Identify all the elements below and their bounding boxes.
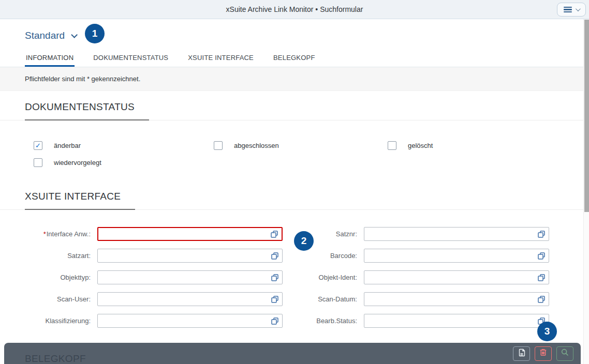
- interface-anw-input[interactable]: [97, 227, 283, 241]
- form-row: Scan-User: Scan-Datum:: [25, 292, 583, 306]
- tab-dokumentenstatus[interactable]: DOKUMENTENSTATUS: [92, 48, 169, 67]
- checkbox-label: änderbar: [54, 142, 81, 149]
- form-row: Satzart: Barcode:: [25, 249, 583, 263]
- search-button[interactable]: [556, 346, 573, 361]
- field-label-scan-user: Scan-User:: [25, 295, 91, 303]
- tab-xsuite-interface[interactable]: XSUITE INTERFACE: [187, 48, 255, 67]
- klassifizierung-input[interactable]: [97, 314, 283, 328]
- shell-menu-button[interactable]: [557, 3, 586, 17]
- form-content: Pflichtfelder sind mit * gekennzeichnet.…: [0, 67, 583, 364]
- value-help-icon[interactable]: [537, 230, 546, 239]
- xsuite-interface-form: *Interface Anw.: Satznr: Satzart:: [0, 210, 583, 343]
- value-help-icon[interactable]: [270, 251, 279, 261]
- checkbox-label: gelöscht: [408, 142, 433, 149]
- value-help-icon[interactable]: [537, 251, 546, 261]
- scan-datum-input[interactable]: [364, 292, 549, 306]
- chevron-down-icon: [576, 6, 581, 11]
- dokumentenstatus-checkbox-group: ✓ änderbar ✓ abgeschlossen ✓ gelöscht ✓ …: [0, 120, 583, 180]
- section-xsuite-interface-header: XSUITE INTERFACE: [0, 180, 583, 210]
- field-label-scan-datum: Scan-Datum:: [283, 295, 357, 303]
- objekttyp-input[interactable]: [97, 270, 283, 284]
- checkbox-icon[interactable]: ✓: [214, 141, 223, 150]
- checkbox-label: wiedervorgelegt: [54, 159, 101, 166]
- value-help-icon[interactable]: [270, 316, 279, 326]
- variant-name: Standard: [25, 30, 65, 41]
- value-help-icon[interactable]: [537, 273, 546, 282]
- checkbox-icon[interactable]: ✓: [34, 141, 42, 150]
- trash-icon: [539, 348, 548, 359]
- section-title: XSUITE INTERFACE: [25, 191, 135, 210]
- satznr-input[interactable]: [364, 227, 549, 241]
- step-badge-1: 1: [85, 24, 105, 43]
- application-window: xSuite Archive Link Monitor • Suchformul…: [0, 0, 589, 364]
- field-label-satzart: Satzart:: [25, 252, 91, 260]
- hamburger-icon: [564, 7, 572, 12]
- tab-belegkopf[interactable]: BELEGKOPF: [272, 48, 316, 67]
- scan-user-input[interactable]: [97, 292, 283, 306]
- delete-button[interactable]: [535, 346, 552, 361]
- field-label-satznr: Satznr:: [283, 230, 357, 238]
- bearb-status-input[interactable]: [364, 314, 549, 328]
- document-star-icon: [517, 348, 526, 359]
- step-badge-3: 3: [537, 322, 557, 341]
- satzart-input[interactable]: [97, 249, 283, 263]
- value-help-icon[interactable]: [270, 295, 279, 304]
- required-asterisk: *: [43, 230, 46, 238]
- checkbox-label: abgeschlossen: [234, 142, 279, 149]
- field-label-interface-anw: *Interface Anw.:: [25, 230, 91, 238]
- page-title: xSuite Archive Link Monitor • Suchformul…: [226, 5, 363, 13]
- field-label-objekt-ident: Objekt-Ident:: [283, 274, 357, 281]
- scrollbar-thumb[interactable]: [584, 20, 589, 212]
- chevron-down-icon: [71, 32, 78, 38]
- value-help-icon[interactable]: [270, 230, 279, 239]
- form-row: Objekttyp: Objekt-Ident:: [25, 270, 583, 284]
- checkbox-aenderbar[interactable]: ✓ änderbar: [34, 141, 214, 150]
- section-title: DOKUMENTENSTATUS: [25, 101, 149, 120]
- field-label-objekttyp: Objekttyp:: [25, 274, 91, 281]
- footer-toolbar: [4, 343, 581, 364]
- value-help-icon[interactable]: [270, 273, 279, 282]
- checkbox-wiedervorgelegt[interactable]: ✓ wiedervorgelegt: [34, 158, 214, 167]
- checkbox-abgeschlossen[interactable]: ✓ abgeschlossen: [214, 141, 388, 150]
- objekt-ident-input[interactable]: [364, 270, 549, 284]
- checkbox-icon[interactable]: ✓: [388, 141, 396, 150]
- value-help-icon[interactable]: [537, 295, 546, 304]
- checkbox-icon[interactable]: ✓: [34, 158, 42, 167]
- required-fields-note: Pflichtfelder sind mit * gekennzeichnet.: [0, 67, 583, 91]
- vertical-scrollbar[interactable]: [583, 19, 589, 364]
- field-label-bearb-status: Bearb.Status:: [283, 317, 357, 325]
- create-variant-button[interactable]: [513, 346, 530, 361]
- section-dokumentenstatus-header: DOKUMENTENSTATUS: [0, 91, 583, 120]
- shell-header: xSuite Archive Link Monitor • Suchformul…: [0, 0, 589, 19]
- magnifier-icon: [561, 348, 569, 359]
- field-label-klassifizierung: Klassifizierung:: [25, 317, 91, 325]
- checkbox-geloescht[interactable]: ✓ gelöscht: [388, 141, 562, 150]
- barcode-input[interactable]: [364, 249, 549, 263]
- tab-information[interactable]: INFORMATION: [25, 48, 75, 67]
- field-label-barcode: Barcode:: [283, 252, 357, 260]
- tabstrip: INFORMATION DOKUMENTENSTATUS XSUITE INTE…: [0, 48, 583, 67]
- step-badge-2: 2: [294, 231, 314, 251]
- form-row: Klassifizierung: Bearb.Status:: [25, 314, 583, 328]
